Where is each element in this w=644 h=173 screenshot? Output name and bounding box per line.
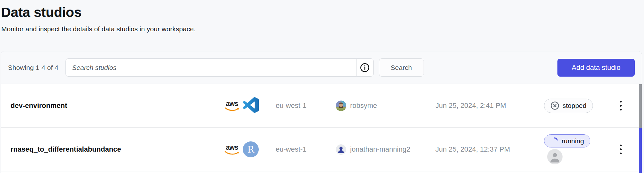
row-menu-button[interactable] — [611, 143, 630, 156]
page-subtitle: Monitor and inspect the details of data … — [1, 25, 644, 33]
user-avatar — [336, 101, 346, 111]
search-input[interactable] — [66, 59, 356, 76]
user-name: robsyme — [350, 102, 377, 110]
user-avatar — [336, 144, 346, 155]
page-title: Data studios — [1, 4, 644, 20]
aws-icon: aws — [224, 144, 240, 155]
page-header: Data studios Monitor and inspect the det… — [0, 0, 644, 51]
compute-env-icons: aws R — [224, 141, 276, 157]
search-group — [65, 58, 374, 77]
showing-count: Showing 1-4 of 4 — [8, 64, 58, 71]
aws-logo-text: aws — [226, 100, 238, 107]
info-icon[interactable] — [356, 59, 373, 76]
search-button[interactable]: Search — [379, 58, 424, 77]
user-cell: jonathan-manning2 — [336, 144, 435, 155]
studio-name: dev-environment — [1, 102, 224, 110]
user-name: jonathan-manning2 — [350, 145, 410, 154]
region-label: eu-west-1 — [276, 102, 336, 110]
aws-icon: aws — [224, 100, 240, 111]
status-badge-running: running — [544, 134, 590, 147]
created-date: Jun 25, 2024, 2:41 PM — [435, 102, 544, 110]
compute-env-icons: aws — [224, 97, 276, 114]
stop-circle-icon — [550, 101, 559, 110]
next-row-sliver — [1, 171, 642, 173]
studio-row-rnaseq[interactable]: rnaseq_to_differentialabundance aws R eu… — [1, 128, 642, 171]
aws-logo-text: aws — [226, 144, 238, 151]
user-cell: robsyme — [336, 101, 435, 111]
toolbar: Showing 1-4 of 4 Search Add data studio — [1, 51, 642, 84]
vscode-icon — [243, 97, 259, 114]
scrollbar-thumb-blue[interactable] — [639, 128, 642, 173]
row-menu-button[interactable] — [611, 99, 630, 113]
placeholder-avatar — [547, 149, 563, 164]
rstudio-icon: R — [243, 141, 259, 157]
status-label: stopped — [563, 102, 586, 109]
status-badge-stopped: stopped — [544, 99, 593, 113]
studio-row-dev-environment[interactable]: dev-environment aws eu-west-1 — [1, 84, 642, 128]
add-data-studio-button[interactable]: Add data studio — [557, 59, 635, 77]
studios-panel: Showing 1-4 of 4 Search Add data studio … — [1, 51, 642, 173]
status-cell: stopped — [544, 99, 611, 113]
region-label: eu-west-1 — [276, 145, 336, 154]
created-date: Jun 25, 2024, 12:37 PM — [435, 145, 544, 154]
status-label: running — [562, 137, 584, 145]
scrollbar-thumb-gray[interactable] — [639, 84, 642, 128]
spinner-icon — [550, 137, 558, 145]
scrollbar[interactable] — [639, 84, 642, 173]
studio-name: rnaseq_to_differentialabundance — [1, 145, 224, 154]
status-cell: running — [544, 134, 611, 164]
